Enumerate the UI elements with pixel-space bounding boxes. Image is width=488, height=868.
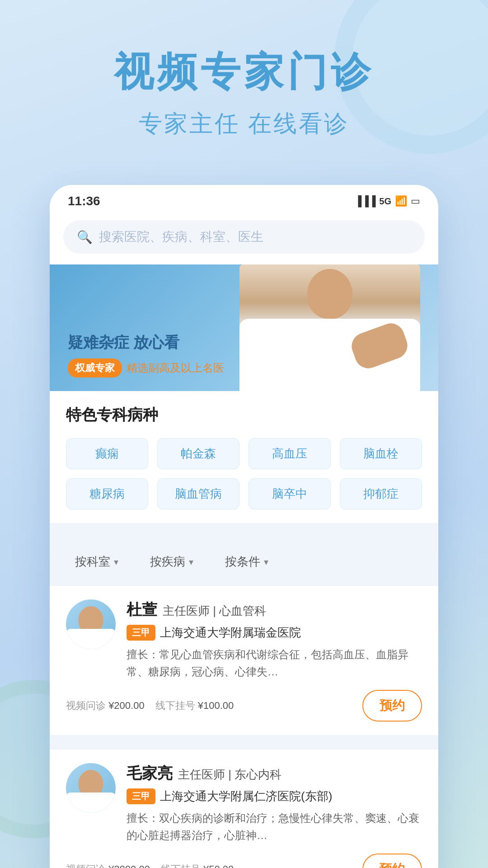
- doctor-name-row-1: 毛家亮 主任医师 | 东心内科: [127, 763, 422, 784]
- filter-department-label: 按科室: [75, 554, 110, 570]
- specialty-section: 特色专科病种 癫痫帕金森高血压脑血栓糖尿病脑血管病脑卒中抑郁症: [50, 391, 438, 523]
- wifi-icon: 📶: [395, 195, 407, 207]
- filter-bar: 按科室 ▾ 按疾病 ▾ 按条件 ▾: [50, 538, 438, 586]
- disease-tag-0[interactable]: 癫痫: [66, 438, 148, 469]
- battery-icon: ▭: [411, 195, 420, 207]
- doctor-info-1: 毛家亮 主任医师 | 东心内科 三甲 上海交通大学附属仁济医院(东部) 擅长：双…: [127, 763, 422, 844]
- price-row-1: 视频问诊 ¥2000.00 线下挂号 ¥50.00: [66, 863, 234, 868]
- hospital-name-1: 上海交通大学附属仁济医院(东部): [160, 788, 332, 804]
- hospital-name-0: 上海交通大学附属瑞金医院: [160, 625, 301, 641]
- book-button-1[interactable]: 预约: [362, 854, 422, 868]
- doctor-name-0: 杜萱: [127, 599, 157, 620]
- disease-tag-1[interactable]: 帕金森: [157, 438, 239, 469]
- sub-title: 专家主任 在线看诊: [27, 108, 461, 140]
- offline-price-1: 线下挂号 ¥50.00: [161, 863, 234, 868]
- status-bar: 11:36 ▐▐▐ 5G 📶 ▭: [50, 185, 438, 213]
- card-divider-0: [50, 742, 438, 750]
- disease-tag-5[interactable]: 脑血管病: [157, 478, 239, 509]
- doctor-title-1: 主任医师 | 东心内科: [178, 767, 282, 783]
- banner-text-overlay: 疑难杂症 放心看 权威专家 精选副高及以上名医: [68, 332, 224, 377]
- network-badge: 5G: [379, 196, 391, 207]
- book-button-0[interactable]: 预约: [362, 690, 422, 722]
- disease-tag-4[interactable]: 糖尿病: [66, 478, 148, 509]
- banner-title: 疑难杂症 放心看: [68, 332, 224, 353]
- search-container: 🔍 搜索医院、疾病、科室、医生: [50, 213, 438, 264]
- hospital-row-1: 三甲 上海交通大学附属仁济医院(东部): [127, 788, 422, 804]
- doctor-avatar-0: [66, 599, 116, 649]
- doctor-title-0: 主任医师 | 心血管科: [163, 603, 266, 619]
- search-bar[interactable]: 🔍 搜索医院、疾病、科室、医生: [63, 220, 425, 254]
- doctor-name-1: 毛家亮: [127, 763, 173, 784]
- disease-tags-grid: 癫痫帕金森高血压脑血栓糖尿病脑血管病脑卒中抑郁症: [66, 438, 422, 509]
- doctor-card-0: 杜萱 主任医师 | 心血管科 三甲 上海交通大学附属瑞金医院 擅长：常见心血管疾…: [50, 586, 438, 735]
- status-time: 11:36: [68, 194, 100, 208]
- price-row-0: 视频问诊 ¥200.00 线下挂号 ¥100.00: [66, 699, 234, 712]
- doctor-info-0: 杜萱 主任医师 | 心血管科 三甲 上海交通大学附属瑞金医院 擅长：常见心血管疾…: [127, 599, 422, 681]
- video-price-1: 视频问诊 ¥2000.00: [66, 863, 150, 868]
- divider-1: [50, 530, 438, 538]
- doctor-illustration: [239, 264, 420, 391]
- status-icons: ▐▐▐ 5G 📶 ▭: [355, 195, 420, 207]
- filter-department-arrow: ▾: [114, 557, 118, 567]
- hospital-badge-1: 三甲: [127, 788, 155, 804]
- doctor-name-row-0: 杜萱 主任医师 | 心血管科: [127, 599, 422, 620]
- specialty-section-title: 特色专科病种: [66, 405, 422, 425]
- banner-bg: 疑难杂症 放心看 权威专家 精选副高及以上名医: [50, 264, 438, 391]
- filter-by-disease[interactable]: 按疾病 ▾: [141, 548, 202, 575]
- filter-disease-label: 按疾病: [150, 554, 185, 570]
- main-title: 视频专家门诊: [27, 45, 461, 99]
- doctor-footer-1: 视频问诊 ¥2000.00 线下挂号 ¥50.00 预约: [66, 854, 422, 868]
- disease-tag-6[interactable]: 脑卒中: [249, 478, 331, 509]
- expert-badge: 权威专家 精选副高及以上名医: [68, 359, 224, 377]
- hospital-badge-0: 三甲: [127, 625, 155, 641]
- filter-condition-arrow: ▾: [264, 557, 268, 567]
- search-icon: 🔍: [77, 230, 93, 245]
- doctor-cards-list: 杜萱 主任医师 | 心血管科 三甲 上海交通大学附属瑞金医院 擅长：常见心血管疾…: [50, 586, 438, 868]
- video-price-0: 视频问诊 ¥200.00: [66, 699, 145, 712]
- expert-desc: 精选副高及以上名医: [127, 361, 224, 375]
- doctor-card-1: 毛家亮 主任医师 | 东心内科 三甲 上海交通大学附属仁济医院(东部) 擅长：双…: [50, 750, 438, 868]
- search-placeholder: 搜索医院、疾病、科室、医生: [99, 228, 263, 245]
- doctor-specialty-1: 擅长：双心疾病的诊断和治疗；急慢性心律失常、窦速、心衰的心脏起搏器治疗，心脏神…: [127, 810, 422, 844]
- disease-tag-2[interactable]: 高血压: [249, 438, 331, 469]
- banner[interactable]: 疑难杂症 放心看 权威专家 精选副高及以上名医: [50, 264, 438, 391]
- phone-frame: 11:36 ▐▐▐ 5G 📶 ▭ 🔍 搜索医院、疾病、科室、医生 疑难杂症 放心…: [50, 185, 438, 868]
- offline-price-0: 线下挂号 ¥100.00: [155, 699, 234, 712]
- doctor-header-1: 毛家亮 主任医师 | 东心内科 三甲 上海交通大学附属仁济医院(东部) 擅长：双…: [66, 763, 422, 844]
- expert-tag: 权威专家: [68, 359, 122, 377]
- hospital-row-0: 三甲 上海交通大学附属瑞金医院: [127, 625, 422, 641]
- avatar-coat-1: [66, 793, 116, 813]
- doctor-footer-0: 视频问诊 ¥200.00 线下挂号 ¥100.00 预约: [66, 690, 422, 722]
- doctor-avatar-1: [66, 763, 116, 813]
- disease-tag-3[interactable]: 脑血栓: [340, 438, 422, 469]
- filter-by-department[interactable]: 按科室 ▾: [66, 548, 127, 575]
- filter-disease-arrow: ▾: [189, 557, 193, 567]
- doctor-header-0: 杜萱 主任医师 | 心血管科 三甲 上海交通大学附属瑞金医院 擅长：常见心血管疾…: [66, 599, 422, 681]
- disease-tag-7[interactable]: 抑郁症: [340, 478, 422, 509]
- doctor-head: [307, 269, 352, 319]
- filter-condition-label: 按条件: [225, 554, 260, 570]
- signal-icon: ▐▐▐: [355, 195, 376, 207]
- doctor-specialty-0: 擅长：常见心血管疾病和代谢综合征，包括高血压、血脂异常、糖尿病，冠心病、心律失…: [127, 646, 422, 681]
- hero-section: 视频专家门诊 专家主任 在线看诊: [0, 0, 488, 167]
- filter-by-condition[interactable]: 按条件 ▾: [216, 548, 277, 575]
- avatar-coat-0: [66, 629, 116, 649]
